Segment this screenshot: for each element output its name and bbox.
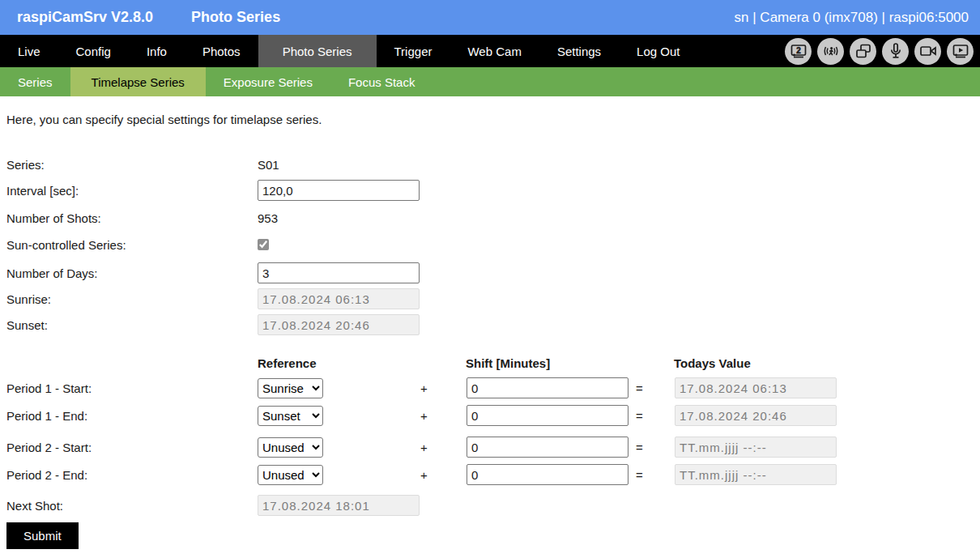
- period1-start-label: Period 1 - Start:: [6, 381, 258, 395]
- number-of-days-label: Number of Days:: [6, 266, 258, 280]
- submit-button[interactable]: Submit: [6, 522, 79, 549]
- next-shot-row: Next Shot:: [6, 495, 980, 516]
- intro-text: Here, you can specify special settings f…: [6, 113, 980, 126]
- number-of-shots-label: Number of Shots:: [6, 211, 258, 225]
- subnav-item-series[interactable]: Series: [0, 67, 70, 96]
- period1-end-todays-value: [675, 405, 837, 426]
- main-nav: Live Config Info Photos Photo Series Tri…: [0, 35, 980, 67]
- video-camera-icon[interactable]: [914, 38, 941, 65]
- todays-value-header: Todays Value: [674, 356, 751, 370]
- nav-item-settings[interactable]: Settings: [539, 35, 619, 67]
- period2-end-reference-select[interactable]: Unused: [258, 465, 323, 485]
- period1-end-label: Period 1 - End:: [6, 409, 258, 423]
- number-of-shots-value: 953: [258, 211, 278, 225]
- sunset-row: Sunset:: [6, 314, 980, 335]
- nav-item-photo-series[interactable]: Photo Series: [258, 35, 377, 67]
- period2-start-reference-select[interactable]: Unused: [258, 437, 323, 458]
- nav-spacer: [697, 35, 785, 67]
- next-shot-label: Next Shot:: [6, 499, 258, 513]
- plus-operator: +: [323, 409, 467, 423]
- sunrise-value: [258, 288, 420, 309]
- interval-label: Interval [sec]:: [6, 184, 258, 198]
- nav-item-log-out[interactable]: Log Out: [619, 35, 697, 67]
- subnav-item-exposure-series[interactable]: Exposure Series: [206, 67, 330, 96]
- sun-controlled-row: Sun-controlled Series:: [6, 236, 980, 253]
- plus-operator: +: [323, 441, 467, 454]
- nav-item-trigger[interactable]: Trigger: [377, 35, 450, 67]
- period-table-header: Reference Shift [Minutes] Todays Value: [6, 355, 980, 371]
- reference-header: Reference: [258, 356, 466, 370]
- period1-end-reference-select[interactable]: Sunset: [258, 406, 323, 426]
- photo-series-subnav: Series Timelapse Series Exposure Series …: [0, 67, 980, 96]
- period1-start-todays-value: [675, 377, 837, 398]
- period2-start-label: Period 2 - Start:: [6, 441, 258, 454]
- plus-operator: +: [323, 468, 467, 482]
- subnav-item-focus-stack[interactable]: Focus Stack: [330, 67, 433, 96]
- app-title: raspiCamSrv V2.8.0: [17, 9, 153, 26]
- series-label: Series:: [6, 158, 258, 172]
- nav-item-config[interactable]: Config: [58, 35, 129, 67]
- period2-end-row: Period 2 - End: Unused + =: [6, 464, 980, 485]
- period2-end-todays-value: [675, 464, 837, 485]
- nav-item-web-cam[interactable]: Web Cam: [450, 35, 539, 67]
- sun-controlled-label: Sun-controlled Series:: [6, 238, 258, 252]
- page: raspiCamSrv V2.8.0 Photo Series sn | Cam…: [0, 0, 980, 558]
- main-content: Here, you can specify special settings f…: [0, 113, 980, 549]
- interval-row: Interval [sec]:: [6, 180, 980, 201]
- period1-start-row: Period 1 - Start: Sunrise + =: [6, 377, 980, 398]
- sunrise-row: Sunrise:: [6, 288, 980, 309]
- number-of-shots-row: Number of Shots: 953: [6, 210, 980, 226]
- subnav-item-timelapse-series[interactable]: Timelapse Series: [70, 67, 206, 96]
- equals-operator: =: [628, 381, 675, 395]
- nav-item-live[interactable]: Live: [0, 35, 58, 67]
- photo-stack-icon[interactable]: [850, 38, 876, 65]
- period2-start-shift-input[interactable]: [467, 437, 628, 458]
- period1-start-reference-select[interactable]: Sunrise: [258, 378, 323, 398]
- nav-item-photos[interactable]: Photos: [185, 35, 258, 67]
- period1-end-row: Period 1 - End: Sunset + =: [6, 405, 980, 426]
- shift-header: Shift [Minutes]: [466, 356, 674, 370]
- equals-operator: =: [628, 409, 675, 423]
- interval-input[interactable]: [258, 180, 420, 201]
- app-header: raspiCamSrv V2.8.0 Photo Series sn | Cam…: [0, 0, 980, 35]
- status-icons: 2: [785, 35, 980, 67]
- display-2-icon[interactable]: 2: [785, 38, 812, 65]
- period2-end-shift-input[interactable]: [467, 464, 628, 485]
- svg-text:2: 2: [796, 46, 801, 55]
- sunset-value: [258, 314, 420, 335]
- plus-operator: +: [323, 381, 467, 395]
- period2-end-label: Period 2 - End:: [6, 468, 258, 482]
- equals-operator: =: [628, 441, 675, 454]
- period2-start-todays-value: [675, 437, 837, 458]
- series-value: S01: [258, 158, 279, 172]
- period1-end-shift-input[interactable]: [467, 405, 628, 426]
- page-title: Photo Series: [191, 9, 280, 26]
- player-screen-icon[interactable]: [947, 38, 974, 65]
- number-of-days-row: Number of Days:: [6, 262, 980, 283]
- motion-broadcast-icon[interactable]: [817, 38, 844, 65]
- microphone-icon[interactable]: [882, 38, 909, 65]
- nav-item-info[interactable]: Info: [129, 35, 185, 67]
- series-row: Series: S01: [6, 156, 980, 173]
- next-shot-value: [258, 495, 420, 516]
- sunset-label: Sunset:: [6, 318, 258, 332]
- connection-status: sn | Camera 0 (imx708) | raspi06:5000: [735, 10, 969, 26]
- equals-operator: =: [628, 468, 675, 482]
- period2-start-row: Period 2 - Start: Unused + =: [6, 437, 980, 458]
- sunrise-label: Sunrise:: [6, 292, 258, 306]
- period1-start-shift-input[interactable]: [467, 377, 628, 398]
- number-of-days-input[interactable]: [258, 262, 420, 283]
- sun-controlled-checkbox[interactable]: [258, 239, 269, 250]
